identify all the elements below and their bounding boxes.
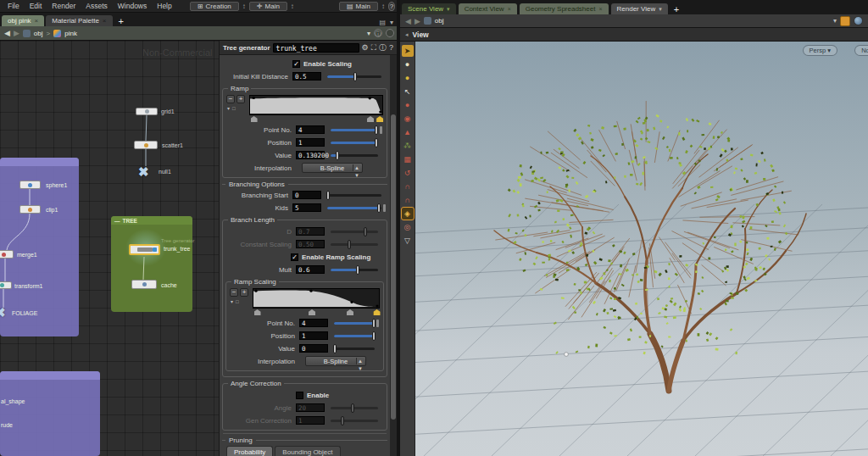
persp-camera-button[interactable]: Persp ▾ xyxy=(803,45,837,56)
node-trunk-tree[interactable] xyxy=(129,244,160,255)
breadcrumb-pink[interactable]: pink xyxy=(64,30,77,37)
ramp-handle[interactable] xyxy=(367,116,374,122)
position-field[interactable]: 1 xyxy=(299,331,328,340)
rotate-tool-icon[interactable]: ▲ xyxy=(402,126,414,138)
mult-slider[interactable] xyxy=(331,269,378,271)
pin-icon[interactable]: ⓘ xyxy=(374,29,382,37)
slider-handle[interactable] xyxy=(326,191,330,200)
view-menu[interactable]: View xyxy=(413,31,429,39)
kids-field[interactable]: 5 xyxy=(292,203,321,212)
viewport-path-obj[interactable]: obj xyxy=(435,17,444,25)
ramp-curve-display[interactable] xyxy=(249,95,383,115)
ramp-add-point-button[interactable]: + xyxy=(236,95,245,103)
slider-handle[interactable] xyxy=(353,72,357,81)
ramp-handle[interactable] xyxy=(251,116,258,122)
value-slider[interactable] xyxy=(331,154,378,157)
tab-render-view[interactable]: Render View ▾ xyxy=(611,3,668,14)
pane-menu-icon[interactable]: ▾ xyxy=(390,19,393,26)
back-icon[interactable]: ◀ xyxy=(4,29,10,37)
menu-render[interactable]: Render xyxy=(47,1,80,11)
point-no-slider[interactable] xyxy=(331,129,378,131)
cursor-icon[interactable]: ↖ xyxy=(402,86,414,97)
enable-ramp-scaling-checkbox[interactable]: ✓ xyxy=(291,253,298,261)
value-field[interactable]: 0 xyxy=(299,344,328,353)
ramp-scaling-curve[interactable] xyxy=(253,288,380,309)
node-null1[interactable]: ✖ xyxy=(138,164,149,180)
initial-kill-distance-field[interactable]: 0.5 xyxy=(292,72,321,81)
kids-slider[interactable] xyxy=(327,207,381,209)
ramp-handle-selected[interactable] xyxy=(376,116,383,122)
interpolation-dropdown[interactable]: B-Spline ▲▼ xyxy=(302,163,363,173)
ramp-scaling-options-icons[interactable]: ▾□ xyxy=(230,298,250,304)
menu-help[interactable]: Help xyxy=(153,1,175,11)
slider-handle[interactable] xyxy=(333,344,337,353)
mult-field[interactable]: 0.6 xyxy=(296,265,325,274)
node-display-flag[interactable] xyxy=(153,247,157,252)
slider-handle[interactable] xyxy=(375,125,378,135)
menu-windows[interactable]: Windows xyxy=(114,1,151,11)
menu-assets[interactable]: Assets xyxy=(81,1,112,11)
ramp-handle-selected[interactable] xyxy=(374,309,381,315)
no-cam-button[interactable]: No cam xyxy=(854,45,868,56)
help-icon[interactable]: ? xyxy=(388,2,395,11)
slider-handle[interactable] xyxy=(375,138,378,147)
node-clip1[interactable] xyxy=(19,205,41,214)
shelf-spinner-icon-3[interactable]: ↕ xyxy=(380,3,387,10)
node-name-field[interactable]: trunk_tree xyxy=(273,43,359,53)
move-tool-icon[interactable]: ◉ xyxy=(402,113,414,125)
magnet-snap-icon[interactable]: ∩ xyxy=(402,194,414,206)
material-ball-icon[interactable]: ● xyxy=(402,72,414,84)
path-dropdown-icon[interactable]: ▾ xyxy=(367,30,370,37)
slider-handle[interactable] xyxy=(377,203,381,213)
tab-menu-icon[interactable]: ▾ xyxy=(659,6,662,13)
breadcrumb-obj[interactable]: obj xyxy=(34,30,43,37)
tab-close-icon[interactable]: × xyxy=(103,17,107,25)
link-icon[interactable] xyxy=(386,29,394,37)
tab-obj-pink[interactable]: obj pink × xyxy=(2,15,44,26)
point-snap-icon[interactable]: ∩ xyxy=(402,181,414,192)
gear-icon[interactable]: ⚙ xyxy=(362,43,369,52)
forward-icon[interactable]: ▶ xyxy=(14,29,19,37)
tab-close-icon[interactable]: × xyxy=(508,6,511,12)
ramp-scaling-remove-button[interactable]: − xyxy=(230,288,238,297)
scene-viewport[interactable]: Persp ▾ No cam xyxy=(415,42,868,456)
new-pane-tab-button[interactable]: + xyxy=(670,4,682,14)
node-foliage[interactable]: ✖ xyxy=(0,305,6,320)
active-snap-icon[interactable]: ◈ xyxy=(402,208,414,220)
slider-handle[interactable] xyxy=(356,265,359,275)
slider-handle[interactable] xyxy=(372,331,376,341)
tab-close-icon[interactable]: × xyxy=(598,6,602,12)
ramp-scaling-add-button[interactable]: + xyxy=(240,288,248,297)
pane-list-icon[interactable]: ▤ xyxy=(379,19,386,26)
node-transform1[interactable] xyxy=(0,281,12,289)
tab-geometry-spreadsheet[interactable]: Geometry Spreadsheet × xyxy=(520,3,609,14)
network-editor[interactable]: Non-Commercial — TREE grid1 sc xyxy=(0,41,219,456)
render-region-icon[interactable]: ▽ xyxy=(402,235,414,247)
initial-kill-distance-slider[interactable] xyxy=(327,75,381,78)
frame-icon[interactable]: ⛶ xyxy=(371,43,376,53)
scrollbar-thumb[interactable] xyxy=(391,114,396,420)
param-help-icon[interactable]: ? xyxy=(389,43,393,52)
ramp-scaling-handles[interactable] xyxy=(253,309,380,316)
position-slider[interactable] xyxy=(331,142,378,144)
angle-enable-checkbox[interactable] xyxy=(296,392,303,399)
ramp-scaling-editor[interactable]: − + ▾□ xyxy=(230,288,380,316)
pose-tool-icon[interactable]: ⁂ xyxy=(402,140,414,152)
ramp-handle[interactable] xyxy=(254,309,261,315)
branching-start-field[interactable]: 0 xyxy=(292,191,321,199)
menu-edit[interactable]: Edit xyxy=(25,1,47,11)
value-slider[interactable] xyxy=(334,348,375,350)
node-cache[interactable] xyxy=(131,280,157,289)
position-field[interactable]: 1 xyxy=(296,138,325,147)
globe-icon[interactable] xyxy=(854,16,863,25)
ramp-editor[interactable]: − + ▾□ xyxy=(226,95,383,123)
tab-probability[interactable]: Probability xyxy=(226,446,273,456)
point-no-field[interactable]: 4 xyxy=(299,319,328,327)
tab-close-icon[interactable]: × xyxy=(35,17,39,25)
node-grid1[interactable] xyxy=(136,108,158,115)
path-dropdown-icon[interactable]: ▾ xyxy=(833,17,837,25)
tab-bounding-object[interactable]: Bounding Object xyxy=(275,446,340,456)
point-no-slider[interactable] xyxy=(334,322,375,325)
desktop-dropdown-1[interactable]: ✛ Main xyxy=(249,2,287,11)
rs-interpolation-dropdown[interactable]: B-Spline ▲▼ xyxy=(305,356,366,366)
